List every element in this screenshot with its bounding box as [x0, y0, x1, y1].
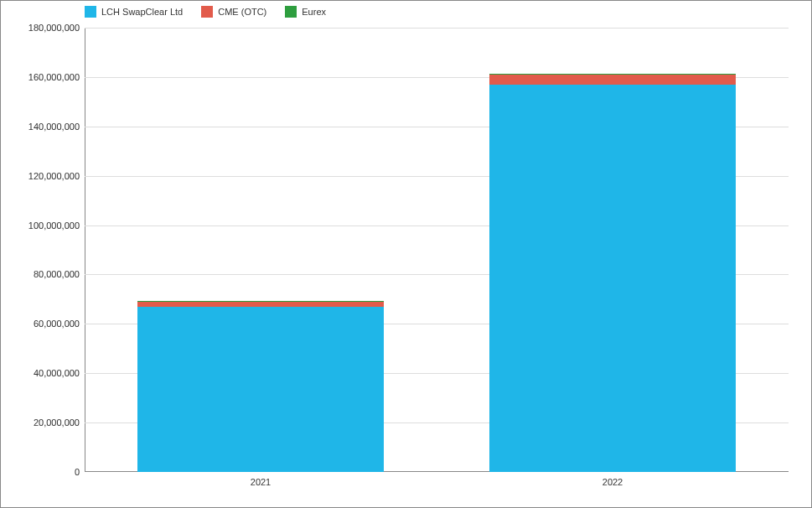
- legend-item-eurex: Eurex: [285, 6, 326, 18]
- y-tick-label: 140,000,000: [28, 122, 85, 132]
- bar-seg: [137, 307, 384, 472]
- y-tick-label: 160,000,000: [28, 72, 85, 82]
- plot-area: 020,000,00040,000,00060,000,00080,000,00…: [85, 28, 789, 472]
- legend-swatch-eurex: [285, 6, 297, 18]
- legend-label: CME (OTC): [218, 7, 266, 17]
- bar-seg: [137, 302, 384, 307]
- y-tick-label: 100,000,000: [28, 220, 85, 231]
- legend-label: LCH SwapClear Ltd: [101, 7, 183, 17]
- legend-swatch-lch: [85, 6, 96, 18]
- chart-frame: LCH SwapClear Ltd CME (OTC) Eurex 020,00…: [0, 0, 812, 508]
- y-tick-label: 0: [75, 467, 85, 477]
- y-tick-label: 120,000,000: [28, 171, 85, 181]
- y-axis: [85, 28, 85, 472]
- y-tick-label: 20,000,000: [34, 417, 85, 428]
- bar-2022: [489, 74, 736, 472]
- bar-2021: [137, 301, 384, 472]
- legend-swatch-cme: [201, 6, 213, 18]
- y-tick-label: 60,000,000: [34, 319, 85, 329]
- y-tick-label: 180,000,000: [28, 23, 85, 33]
- x-tick-label: 2022: [603, 472, 623, 487]
- legend-item-cme: CME (OTC): [201, 6, 266, 18]
- legend-label: Eurex: [302, 7, 326, 17]
- legend: LCH SwapClear Ltd CME (OTC) Eurex: [85, 6, 326, 18]
- bar-seg: [489, 74, 736, 75]
- y-tick-label: 40,000,000: [34, 368, 85, 378]
- bar-seg: [489, 75, 736, 85]
- bar-seg: [137, 301, 384, 302]
- legend-item-lch: LCH SwapClear Ltd: [85, 6, 183, 18]
- gridline: [85, 28, 789, 29]
- x-tick-label: 2021: [251, 472, 271, 487]
- y-tick-label: 80,000,000: [34, 269, 85, 279]
- bar-seg: [489, 85, 736, 472]
